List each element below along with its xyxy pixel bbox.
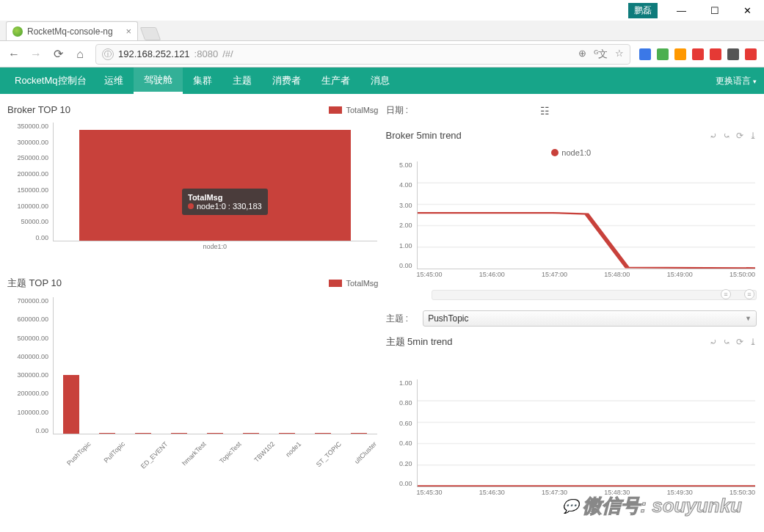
time-slider[interactable]: ≡ ≡ — [432, 290, 757, 300]
legend-swatch-icon — [329, 106, 342, 114]
chart-tool-icon[interactable]: ⤓ — [749, 131, 757, 141]
topic-select-value: PushTopic — [428, 313, 468, 324]
axis-tick: 700000.00 — [17, 297, 48, 305]
extension-icon[interactable] — [639, 48, 651, 60]
topic-select[interactable]: PushTopic ▼ — [423, 310, 757, 327]
chart-tool-icon[interactable]: ⤿ — [723, 131, 730, 141]
chart-legend[interactable]: node1:0 — [386, 148, 757, 157]
chart-legend[interactable]: TotalMsg — [329, 106, 378, 114]
axis-tick: 1.00 — [399, 379, 412, 387]
axis-tick: 0.00 — [35, 234, 48, 241]
nav-item-3[interactable]: 主题 — [222, 68, 262, 94]
minimize-icon: — — [677, 5, 686, 16]
chart-legend[interactable]: TotalMsg — [329, 279, 378, 288]
panel-title: Broker 5min trend — [386, 130, 462, 141]
axis-tick: 0.40 — [399, 440, 412, 447]
slider-handle-left[interactable]: ≡ — [721, 289, 731, 299]
chart-tooltip: TotalMsg node1:0 : 330,183 — [182, 189, 268, 215]
url-port: :8080 — [194, 48, 219, 59]
axis-tick: 350000.00 — [17, 123, 48, 130]
axis-tick: TBW102 — [253, 440, 277, 464]
axis-tick: 300000.00 — [17, 371, 48, 379]
bar-ST_TOPIC[interactable] — [315, 433, 331, 434]
axis-tick: 200000.00 — [17, 170, 48, 178]
axis-tick: 15:45:00 — [417, 271, 443, 278]
browser-toolbar: ← → ⟳ ⌂ ⓘ 192.168.252.121:8080/#/ ⊕ ᴳ文 ☆ — [0, 41, 764, 68]
chart-tool-icon[interactable]: ⤿ — [723, 337, 730, 347]
language-switch[interactable]: 更换语言 — [716, 75, 757, 87]
axis-tick: 15:49:00 — [667, 271, 693, 278]
nav-item-1[interactable]: 驾驶舱 — [134, 68, 183, 94]
favicon-icon — [12, 26, 23, 37]
nav-item-2[interactable]: 集群 — [183, 68, 222, 94]
bar-PullTopic[interactable] — [99, 433, 115, 434]
slider-handle-right[interactable]: ≡ — [744, 289, 754, 299]
address-bar[interactable]: ⓘ 192.168.252.121:8080/#/ ⊕ ᴳ文 ☆ — [95, 44, 630, 65]
bar-hmarkTest[interactable] — [171, 433, 187, 434]
chart-tool-icon[interactable]: ⤾ — [710, 131, 717, 141]
topic-trend-chart[interactable]: 1.000.800.600.400.200.00 15:45:3015:46:3… — [386, 379, 757, 500]
extension-icon[interactable] — [745, 48, 757, 60]
translate-icon[interactable]: ᴳ文 — [594, 48, 608, 61]
nav-item-4[interactable]: 消费者 — [262, 68, 311, 94]
bar-ED_EVENT[interactable] — [135, 433, 151, 434]
nav-item-0[interactable]: 运维 — [94, 68, 134, 94]
bar-ultCluster[interactable] — [351, 433, 367, 434]
left-column: Broker TOP 10 TotalMsg 350000.00300000.0… — [7, 101, 379, 500]
axis-tick: node1:0 — [203, 243, 227, 250]
extension-icon[interactable] — [674, 48, 686, 60]
axis-tick: 50000.00 — [21, 218, 48, 225]
panel-title: 主题 TOP 10 — [7, 277, 62, 290]
bar-TBW102[interactable] — [243, 433, 259, 434]
tab-close-button[interactable]: × — [125, 26, 131, 37]
extension-icon[interactable] — [710, 48, 721, 60]
window-close-button[interactable]: ✕ — [731, 0, 764, 21]
legend-label: node1:0 — [561, 148, 591, 157]
bar-PushTopic[interactable] — [63, 375, 79, 434]
bar-TopicTest[interactable] — [207, 433, 223, 434]
axis-tick: 0.00 — [399, 480, 412, 487]
axis-tick: 4.00 — [399, 181, 412, 189]
forward-button[interactable]: → — [29, 48, 43, 61]
extension-icon[interactable] — [727, 48, 739, 60]
axis-tick: 15:48:00 — [604, 271, 630, 278]
axis-tick: node1 — [284, 440, 302, 459]
watermark: 💬 微信号: souyunku — [562, 493, 742, 519]
legend-dot-icon — [551, 149, 559, 156]
chart-tool-icon[interactable]: ⤾ — [710, 337, 717, 347]
chart-tool-icon[interactable]: ⟳ — [736, 337, 743, 347]
back-button[interactable]: ← — [7, 48, 21, 61]
topic-top10-chart[interactable]: 700000.00600000.00500000.00400000.003000… — [7, 297, 379, 448]
series-node1[interactable] — [418, 213, 756, 268]
browser-tab[interactable]: RocketMq-console-ng × — [6, 21, 138, 40]
home-button[interactable]: ⌂ — [73, 48, 87, 61]
broker-trend-svg — [418, 161, 756, 269]
broker-top10-chart[interactable]: 350000.00300000.00250000.00200000.001500… — [7, 123, 379, 255]
window-maximize-button[interactable]: ☐ — [698, 0, 731, 21]
bar-node1[interactable] — [279, 433, 295, 434]
calendar-icon[interactable]: ☷ — [540, 105, 550, 117]
axis-tick: 15:47:00 — [542, 271, 567, 278]
window-minimize-button[interactable]: — — [665, 0, 698, 21]
bookmark-star-icon[interactable]: ☆ — [615, 48, 624, 61]
axis-tick: PushTopic — [65, 440, 92, 467]
axis-tick: ultCluster — [353, 440, 378, 465]
chart-tool-icon[interactable]: ⤓ — [749, 337, 757, 347]
extension-icon[interactable] — [692, 48, 704, 60]
extension-icon[interactable] — [657, 48, 669, 60]
app-brand[interactable]: RocketMq控制台 — [7, 74, 94, 87]
zoom-icon[interactable]: ⊕ — [578, 48, 586, 61]
broker-trend-chart[interactable]: 5.004.003.002.001.000.00 15:45:0015:46:0… — [386, 161, 757, 283]
url-path: /#/ — [222, 48, 233, 59]
tooltip-dot-icon — [188, 203, 194, 209]
nav-item-5[interactable]: 生产者 — [311, 68, 360, 94]
maximize-icon: ☐ — [710, 5, 719, 16]
new-tab-button[interactable] — [140, 27, 161, 40]
axis-tick: 0.00 — [35, 427, 48, 434]
reload-button[interactable]: ⟳ — [51, 47, 65, 61]
legend-label: TotalMsg — [346, 279, 378, 288]
bar-node1[interactable] — [79, 130, 351, 241]
chart-tool-icon[interactable]: ⟳ — [736, 131, 743, 141]
nav-item-6[interactable]: 消息 — [360, 68, 400, 94]
site-info-icon[interactable]: ⓘ — [102, 48, 114, 60]
